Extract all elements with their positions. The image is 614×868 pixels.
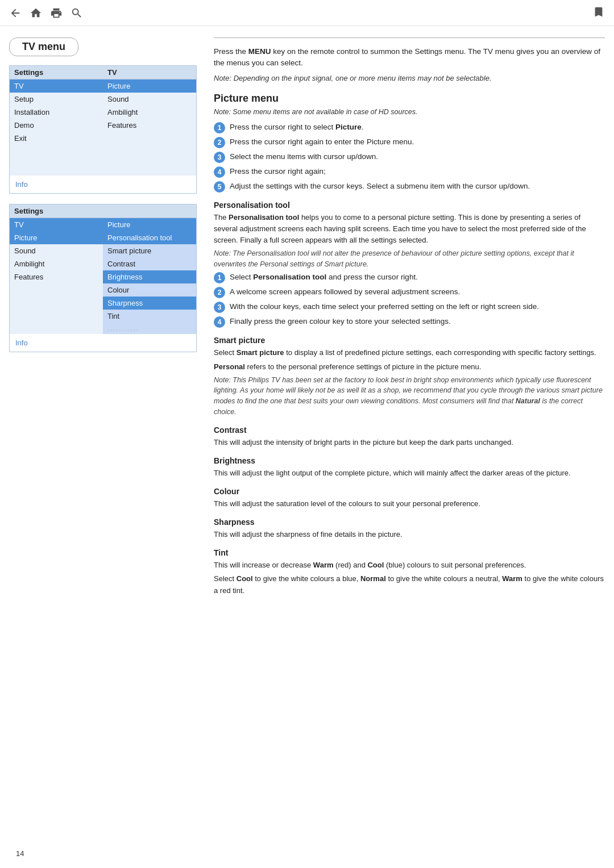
tint-body2: Select Cool to give the white colours a … [214, 573, 605, 596]
step-4-text: Press the cursor right again; [230, 166, 326, 177]
picture-menu-title: Picture menu [214, 93, 605, 105]
menu-row-demo[interactable]: Demo Features [10, 119, 197, 132]
menu2-item-dots: ........... [103, 323, 197, 334]
menu2-info[interactable]: Info [10, 334, 197, 352]
step-2: 2 Press the cursor right again to enter … [214, 136, 605, 148]
menu2-item-contrast[interactable]: Contrast [103, 257, 197, 270]
menu2-empty-left4 [10, 323, 103, 334]
menu2-item-picture[interactable]: Picture [103, 218, 197, 232]
menu2-item-tint[interactable]: Tint [103, 310, 197, 323]
menu2-row-tv[interactable]: TV Picture [10, 218, 197, 232]
bookmark-icon[interactable] [592, 6, 605, 18]
step-num-2: 2 [214, 137, 225, 148]
menu-empty-2 [10, 155, 197, 165]
menu2-row-empty1: Colour [10, 283, 197, 297]
smart-picture-title: Smart picture [214, 336, 605, 345]
menu-item-picture[interactable]: Picture [103, 80, 197, 93]
menu-info-1[interactable]: Info [10, 176, 197, 194]
step-4: 4 Press the cursor right again; [214, 166, 605, 178]
intro-note: Note: Depending on the input signal, one… [214, 74, 605, 82]
pers-step-1-text: Select Personalisation tool and press th… [230, 272, 418, 283]
step-1-text: Press the cursor right to select Picture… [230, 122, 364, 133]
personalisation-body: The Personalisation tool helps you to co… [214, 212, 605, 246]
print-icon[interactable] [50, 7, 63, 19]
step-5: 5 Adjust the settings with the cursor ke… [214, 181, 605, 193]
step-5-text: Adjust the settings with the cursor keys… [230, 181, 530, 192]
menu2-row-empty2: Sharpness [10, 297, 197, 310]
nav-right [592, 6, 605, 20]
step-num-5: 5 [214, 181, 225, 193]
personalisation-note: Note: The Personalisation tool will not … [214, 248, 605, 270]
menu2-item-sharpness[interactable]: Sharpness [103, 297, 197, 310]
step-2-text: Press the cursor right again to enter th… [230, 136, 414, 148]
menu2-info-row[interactable]: Info [10, 334, 197, 352]
home-icon[interactable] [30, 7, 42, 19]
personalisation-steps: 1 Select Personalisation tool and press … [214, 272, 605, 328]
main-layout: TV menu Settings TV TV Picture Setup Sou… [0, 26, 614, 610]
menu2-item-personalisation[interactable]: Personalisation tool [103, 231, 197, 244]
sharpness-body: This will adjust the sharpness of fine d… [214, 529, 605, 540]
menu-item-ambilight[interactable]: Ambilight [103, 106, 197, 119]
pers-step-4: 4 Finally press the green colour key to … [214, 316, 605, 328]
menu-row-setup[interactable]: Setup Sound [10, 93, 197, 106]
menu2-row-features[interactable]: Features Brightness [10, 270, 197, 283]
menu2-item-features[interactable]: Features [10, 270, 103, 283]
menu-info-row-1[interactable]: Info [10, 176, 197, 194]
menu-table-2: Settings TV Picture Picture Personalisat… [9, 204, 197, 352]
contrast-body: This will adjust the intensity of bright… [214, 437, 605, 448]
picture-menu-steps: 1 Press the cursor right to select Pictu… [214, 122, 605, 193]
menu-empty-1 [10, 145, 197, 155]
pers-step-2-text: A welcome screen appears followed by sev… [230, 286, 460, 298]
menu2-row-sound[interactable]: Sound Smart picture [10, 244, 197, 257]
left-column: TV menu Settings TV TV Picture Setup Sou… [9, 37, 197, 599]
pers-step-2: 2 A welcome screen appears followed by s… [214, 286, 605, 298]
menu-row-exit[interactable]: Exit [10, 132, 197, 145]
menu-table-1: Settings TV TV Picture Setup Sound Insta… [9, 65, 197, 194]
menu-row-tv[interactable]: TV Picture [10, 80, 197, 93]
menu2-item-sound[interactable]: Sound [10, 244, 103, 257]
brightness-title: Brightness [214, 456, 605, 465]
menu-item-features[interactable]: Features [103, 119, 197, 132]
menu-item-installation[interactable]: Installation [10, 106, 103, 119]
step-num-3: 3 [214, 152, 225, 163]
pers-step-num-3: 3 [214, 302, 225, 313]
menu2-row-dots: ........... [10, 323, 197, 334]
menu2-row-picture[interactable]: Picture Personalisation tool [10, 231, 197, 244]
pers-step-3: 3 With the colour keys, each time select… [214, 301, 605, 313]
menu-item-exit[interactable]: Exit [10, 132, 103, 145]
menu2-empty-left3 [10, 310, 103, 323]
pers-step-num-1: 1 [214, 272, 225, 283]
menu-item-demo[interactable]: Demo [10, 119, 103, 132]
back-icon[interactable] [9, 7, 22, 19]
menu-table-2-header: Settings [10, 205, 197, 218]
pers-step-1: 1 Select Personalisation tool and press … [214, 272, 605, 283]
menu2-item-picture-left[interactable]: Picture [10, 231, 103, 244]
menu-empty-3 [10, 165, 197, 176]
menu2-empty-left2 [10, 297, 103, 310]
top-divider [214, 37, 605, 38]
smart-picture-body1: Select Smart picture to display a list o… [214, 347, 605, 358]
menu2-item-colour[interactable]: Colour [103, 283, 197, 297]
menu-item-setup[interactable]: Setup [10, 93, 103, 106]
menu2-row-ambilight[interactable]: Ambilight Contrast [10, 257, 197, 270]
smart-picture-note: Note: This Philips TV has been set at th… [214, 375, 605, 418]
menu-table-1-header: Settings TV [10, 66, 197, 80]
search-icon[interactable] [70, 7, 83, 19]
pers-step-3-text: With the colour keys, each time select y… [230, 301, 539, 312]
menu-item-tv-left[interactable]: TV [10, 80, 103, 93]
menu-item-sound[interactable]: Sound [103, 93, 197, 106]
brightness-body: This will adjust the light output of the… [214, 468, 605, 479]
page-number: 14 [16, 849, 24, 858]
menu2-item-ambilight[interactable]: Ambilight [10, 257, 103, 270]
menu-row-installation[interactable]: Installation Ambilight [10, 106, 197, 119]
step-1: 1 Press the cursor right to select Pictu… [214, 122, 605, 133]
pers-step-4-text: Finally press the green colour key to st… [230, 316, 451, 327]
col1-header: Settings [10, 66, 103, 80]
menu2-item-tv[interactable]: TV [10, 218, 103, 232]
col2-header-2 [103, 205, 197, 218]
menu2-item-brightness[interactable]: Brightness [103, 270, 197, 283]
pers-step-num-4: 4 [214, 316, 225, 328]
personalisation-title: Personalisation tool [214, 201, 605, 210]
menu2-item-smartpicture[interactable]: Smart picture [103, 244, 197, 257]
tint-title: Tint [214, 548, 605, 557]
